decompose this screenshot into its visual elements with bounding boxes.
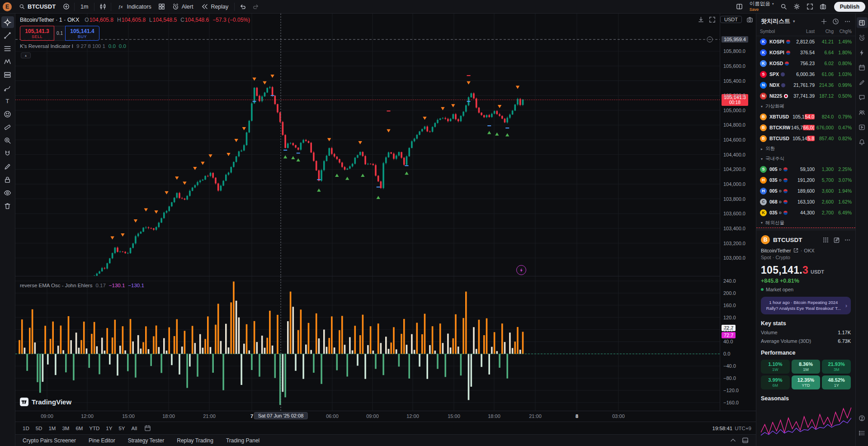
- watchlist-row-035[interactable]: K035D44,3002,7006.49%: [756, 207, 855, 218]
- watchlist-row-068[interactable]: C068D163,1002,6001.62%: [756, 196, 855, 207]
- tool-trend-line[interactable]: [1, 29, 14, 41]
- indicator-legend-ema-osc[interactable]: reverse EMA Osc - John Ehlers 0.17 −130.…: [20, 283, 144, 288]
- compare-add-button[interactable]: [60, 1, 72, 12]
- timezone-label[interactable]: UTC+9: [735, 426, 751, 431]
- performance-tile-6m[interactable]: 3.99%6M: [761, 375, 790, 389]
- calendar-rail-button[interactable]: [857, 62, 868, 73]
- maximize-pane-icon[interactable]: [709, 16, 716, 23]
- range-1y-button[interactable]: 1Y: [103, 425, 115, 432]
- symbol-title[interactable]: Bitcoin/Tether · 1 · OKX: [20, 17, 79, 23]
- symbol-search-button[interactable]: BTCUSDT: [15, 1, 59, 12]
- watchlist-row-btckrw[interactable]: BBTCKRW145,766,0(676,0000.47%: [756, 122, 855, 133]
- tool-brush[interactable]: [1, 82, 14, 94]
- go-to-date-button[interactable]: [144, 425, 151, 432]
- tab-crypto-pairs-screener[interactable]: Crypto Pairs Screener: [23, 437, 76, 444]
- watchlist-row-kosd[interactable]: KKOSD756.236.020.80%: [756, 58, 855, 69]
- watchlist-group-header[interactable]: ▾해외선물: [756, 218, 855, 228]
- fullscreen-button[interactable]: [804, 1, 816, 12]
- markets-grid-icon[interactable]: [822, 237, 829, 243]
- range-5d-button[interactable]: 5D: [33, 425, 45, 432]
- watchlist-row-spx[interactable]: SSPX6,000.3661.061.03%: [756, 69, 855, 80]
- column-chg[interactable]: Chg: [815, 29, 834, 34]
- save-label[interactable]: Save: [750, 8, 759, 12]
- replay-button[interactable]: Replay: [198, 1, 232, 12]
- watchlist-row-xbtusd[interactable]: BXBTUSD105,154.0824.00.79%: [756, 111, 855, 122]
- expand-panel-button[interactable]: [730, 437, 736, 444]
- tool-fib-retracement[interactable]: [1, 43, 14, 54]
- boost-badge[interactable]: [516, 265, 526, 275]
- load-chart-icon[interactable]: [698, 16, 704, 23]
- people-rail-button[interactable]: [857, 107, 868, 118]
- watchlist-menu-button[interactable]: [844, 18, 851, 25]
- tab-pine-editor[interactable]: Pine Editor: [89, 437, 115, 444]
- tool-emoji[interactable]: [1, 108, 14, 120]
- interval-button[interactable]: 1m: [77, 1, 92, 12]
- performance-tile-1y[interactable]: 48.52%1Y: [822, 375, 851, 389]
- indicators-button[interactable]: ƒx Indicators: [113, 1, 155, 12]
- performance-tile-ytd[interactable]: 12.35%YTD: [792, 375, 821, 389]
- indicator-templates-button[interactable]: [156, 1, 168, 12]
- range-all-button[interactable]: All: [129, 425, 140, 432]
- quick-search-button[interactable]: [778, 1, 790, 12]
- more-options-icon[interactable]: [844, 237, 851, 243]
- add-symbol-button[interactable]: [821, 18, 827, 25]
- watchlist-row-kospi[interactable]: KKOSPI376.546.641.80%: [756, 47, 855, 58]
- compose-icon[interactable]: [833, 237, 840, 243]
- user-avatar[interactable]: E: [3, 2, 12, 11]
- indicator-legend-reversal[interactable]: K's Reversal Indicator I 9 27 8 100 1 0.…: [20, 43, 126, 49]
- oscillator-pane[interactable]: [15, 276, 720, 411]
- range-ytd-button[interactable]: YTD: [86, 425, 102, 432]
- watchlist-row-ndx[interactable]: NNDX21,761.79214.360.99%: [756, 80, 855, 90]
- detail-symbol[interactable]: BTCUSDT: [773, 237, 819, 243]
- watchlist-row-btcusd[interactable]: BBTCUSD105,145.8857.400.82%: [756, 133, 855, 144]
- range-5y-button[interactable]: 5Y: [116, 425, 127, 432]
- column-symbol[interactable]: Symbol: [760, 29, 790, 34]
- tool-zoom-in[interactable]: [1, 134, 14, 146]
- watchlist-title[interactable]: 왓치리스트: [761, 17, 790, 25]
- tool-text[interactable]: T: [1, 95, 14, 107]
- pane-collapse-button[interactable]: ▴: [21, 52, 31, 58]
- watchlist-rail-button[interactable]: [857, 17, 868, 28]
- chart-area[interactable]: Bitcoin/Tether · 1 · OKX O104,605.8 H104…: [15, 14, 756, 411]
- minds-rail-button[interactable]: [857, 92, 868, 103]
- tool-magnet[interactable]: [1, 147, 14, 159]
- performance-tile-3m[interactable]: 21.93%3M: [822, 360, 851, 374]
- tool-hide-all[interactable]: [1, 187, 14, 199]
- alerts-rail-button[interactable]: [857, 32, 868, 43]
- watchlist-group-header[interactable]: ▾국내주식: [756, 154, 855, 164]
- buy-button[interactable]: 105,141.4 BUY: [65, 26, 99, 41]
- watchlist-group-header[interactable]: ▸외환: [756, 144, 855, 154]
- symbol-fullname[interactable]: Bitcoin/Tether: [761, 248, 791, 253]
- ideas-rail-button[interactable]: [857, 77, 868, 88]
- recent-symbols-button[interactable]: [832, 18, 839, 25]
- alert-button[interactable]: Alert: [169, 1, 197, 12]
- tool-measure[interactable]: [1, 121, 14, 133]
- seasonals-chart[interactable]: [761, 405, 851, 443]
- snapshot-button[interactable]: [817, 1, 829, 12]
- performance-tile-1w[interactable]: 1.10%1W: [761, 360, 790, 374]
- help-rail-button[interactable]: [857, 413, 868, 423]
- watchlist-group-header[interactable]: ▾가상화폐: [756, 101, 855, 111]
- watchlist-row-ni225[interactable]: NNI22537,741.39187.120.50%: [756, 90, 855, 101]
- tool-pattern[interactable]: [1, 56, 14, 67]
- undo-button[interactable]: [237, 1, 249, 12]
- tool-remove-all[interactable]: [1, 200, 14, 212]
- tab-replay-trading[interactable]: Replay Trading: [177, 437, 213, 444]
- time-axis[interactable]: Sat 07 Jun '25 02:08 09:0012:0015:0018:0…: [15, 411, 756, 422]
- snapshot-icon[interactable]: [746, 16, 753, 23]
- watchlist-row-kospi[interactable]: KKOSPI2,812.0541.211.49%: [756, 36, 855, 47]
- pane-separator[interactable]: [15, 276, 720, 276]
- publish-button[interactable]: Publish: [834, 2, 865, 12]
- hotlists-rail-button[interactable]: [857, 47, 868, 58]
- range-3m-button[interactable]: 3M: [59, 425, 72, 432]
- range-1d-button[interactable]: 1D: [20, 425, 32, 432]
- price-axis[interactable]: 105,959.4 105,141.3 00:18 72.7 72.7 105,…: [720, 14, 756, 411]
- price-pane[interactable]: [15, 14, 720, 276]
- watchlist-row-005[interactable]: H005D189,6003,6001.94%: [756, 185, 855, 196]
- currency-toggle[interactable]: USDT: [720, 16, 742, 23]
- session-clock[interactable]: 19:58:41: [712, 426, 732, 431]
- layout-select-button[interactable]: [734, 1, 745, 12]
- sell-button[interactable]: 105,141.3 SELL: [20, 26, 54, 41]
- tool-cursor[interactable]: [1, 16, 14, 28]
- settings-button[interactable]: [791, 1, 803, 12]
